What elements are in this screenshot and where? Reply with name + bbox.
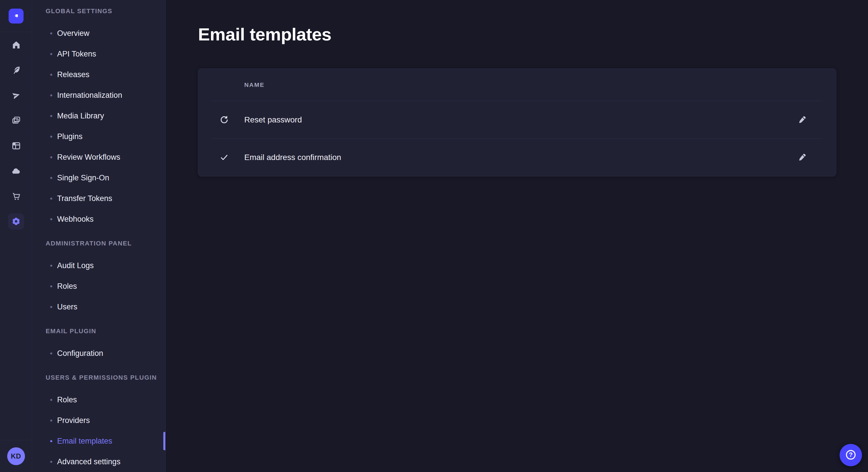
nav-list: Audit Logs Roles Users [32, 255, 165, 317]
home-icon[interactable] [0, 32, 32, 57]
bullet-icon [50, 285, 52, 287]
template-name: Email address confirmation [244, 153, 341, 162]
bullet-icon [50, 461, 52, 463]
bullet-icon [50, 115, 52, 117]
section-administration-panel: ADMINISTRATION PANEL Audit Logs Roles Us… [32, 239, 165, 317]
bullet-icon [50, 218, 52, 220]
svg-text:?: ? [849, 451, 852, 458]
bullet-icon [50, 352, 52, 355]
sidebar-item-plugins[interactable]: Plugins [32, 126, 165, 147]
table-header-name: NAME [198, 69, 836, 101]
nav-list: Configuration [32, 343, 165, 364]
cloud-icon[interactable] [0, 158, 32, 183]
layout-icon[interactable] [0, 133, 32, 158]
section-title: ADMINISTRATION PANEL [45, 239, 165, 248]
pencil-icon [798, 115, 807, 125]
bullet-icon [50, 53, 52, 55]
section-global-settings: GLOBAL SETTINGS Overview API Tokens Rele… [32, 6, 165, 229]
paper-plane-icon[interactable] [0, 82, 32, 108]
edit-button[interactable] [797, 152, 808, 163]
rail-icon-nav [0, 32, 32, 234]
page-title: Email templates [198, 24, 836, 44]
strapi-logo-glyph [12, 12, 20, 20]
help-button[interactable]: ? [840, 444, 862, 466]
section-email-plugin: EMAIL PLUGIN Configuration [32, 326, 165, 364]
feather-icon[interactable] [0, 57, 32, 82]
section-title: GLOBAL SETTINGS [45, 6, 165, 16]
strapi-admin-app: KD GLOBAL SETTINGS Overview API Tokens R… [0, 0, 868, 472]
bullet-icon [50, 306, 52, 308]
main-content: Email templates NAME Reset password [166, 0, 868, 472]
sidebar-item-single-sign-on[interactable]: Single Sign-On [32, 167, 165, 188]
logo-cell [0, 0, 32, 32]
template-name: Reset password [244, 115, 302, 125]
sidebar-item-media-library[interactable]: Media Library [32, 105, 165, 126]
sidebar-item-webhooks[interactable]: Webhooks [32, 209, 165, 229]
sidebar-item-email-templates[interactable]: Email templates [32, 431, 165, 451]
section-users-permissions-plugin: USERS & PERMISSIONS PLUGIN Roles Provide… [32, 373, 165, 472]
bullet-icon [50, 265, 52, 267]
bullet-icon [50, 32, 52, 34]
bullet-icon [50, 198, 52, 200]
bullet-icon [50, 136, 52, 138]
strapi-logo-icon[interactable] [9, 9, 24, 24]
sidebar-item-review-workflows[interactable]: Review Workflows [32, 147, 165, 167]
gear-icon [8, 213, 24, 229]
sidebar-item-api-tokens[interactable]: API Tokens [32, 43, 165, 64]
sidebar-item-audit-logs[interactable]: Audit Logs [32, 255, 165, 276]
sidebar-item-overview[interactable]: Overview [32, 23, 165, 43]
sidebar-item-internationalization[interactable]: Internationalization [32, 85, 165, 105]
check-icon [219, 153, 229, 162]
settings-rail-item[interactable] [0, 209, 32, 234]
table-row-reset-password[interactable]: Reset password [198, 101, 836, 138]
sidebar-item-providers[interactable]: Providers [32, 410, 165, 431]
bullet-icon [50, 156, 52, 158]
email-templates-table: NAME Reset password [198, 69, 836, 176]
pencil-icon [798, 153, 807, 163]
avatar[interactable]: KD [7, 447, 25, 465]
main-nav-rail: KD [0, 0, 32, 472]
bullet-icon [50, 399, 52, 401]
settings-sidebar: GLOBAL SETTINGS Overview API Tokens Rele… [32, 0, 166, 472]
nav-list: Roles Providers Email templates Advanced… [32, 390, 165, 472]
sidebar-item-email-configuration[interactable]: Configuration [32, 343, 165, 364]
cart-icon[interactable] [0, 183, 32, 209]
section-title: USERS & PERMISSIONS PLUGIN [45, 373, 165, 382]
images-icon[interactable] [0, 108, 32, 133]
question-circle-icon: ? [845, 449, 857, 462]
bullet-icon [50, 74, 52, 76]
bullet-icon [50, 94, 52, 96]
table-row-email-address-confirmation[interactable]: Email address confirmation [198, 139, 836, 176]
refresh-icon [219, 115, 229, 125]
sidebar-item-advanced-settings[interactable]: Advanced settings [32, 451, 165, 472]
edit-button[interactable] [797, 114, 808, 126]
bullet-icon [50, 177, 52, 179]
section-title: EMAIL PLUGIN [45, 326, 165, 336]
sidebar-item-admin-users[interactable]: Users [32, 297, 165, 317]
rail-user-area: KD [0, 440, 32, 472]
sidebar-item-releases[interactable]: Releases [32, 64, 165, 85]
bullet-icon [50, 419, 52, 422]
bullet-icon [50, 440, 52, 442]
sidebar-item-up-roles[interactable]: Roles [32, 390, 165, 410]
sidebar-item-admin-roles[interactable]: Roles [32, 276, 165, 297]
sidebar-item-transfer-tokens[interactable]: Transfer Tokens [32, 188, 165, 209]
nav-list: Overview API Tokens Releases Internation… [32, 23, 165, 229]
